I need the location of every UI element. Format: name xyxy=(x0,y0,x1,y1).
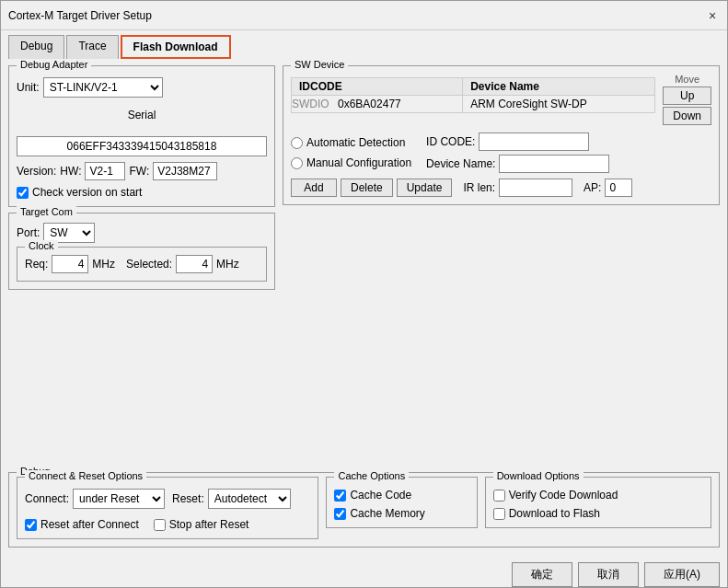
device-name-label: Device Name: xyxy=(426,157,495,170)
tab-flash-download[interactable]: Flash Download xyxy=(121,35,231,59)
selected-mhz-label: MHz xyxy=(216,258,239,271)
table-row: SWDIO 0x6BA02477 ARM CoreSight SW-DP xyxy=(292,96,655,113)
manual-config-label: Manual Configuration xyxy=(306,156,411,169)
delete-button[interactable]: Delete xyxy=(341,179,393,197)
sw-device-table: IDCODE Device Name SWDIO 0x6BA02477 xyxy=(291,77,655,113)
connect-select[interactable]: under Reset Normal with Pre-reset xyxy=(73,489,165,509)
cache-box: Cache Options Cache Code Cache Memory xyxy=(326,477,477,528)
detection-options: Automatic Detection Manual Configuration xyxy=(291,133,411,173)
update-button[interactable]: Update xyxy=(397,179,453,197)
move-up-button[interactable]: Up xyxy=(663,86,711,105)
cache-code-label: Cache Code xyxy=(350,489,411,502)
move-buttons: Move Up Down xyxy=(663,74,711,125)
download-flash-row: Download to Flash xyxy=(493,507,703,520)
unit-select[interactable]: ST-LINK/V2-1 ST-LINK/V2 ULINK2 xyxy=(43,77,163,98)
reset-after-connect-checkbox[interactable] xyxy=(25,519,37,531)
device-name-input[interactable] xyxy=(499,155,609,173)
download-group: Download Options Verify Code Download Do… xyxy=(485,477,711,539)
tab-bar: Debug Trace Flash Download xyxy=(1,30,727,58)
close-button[interactable]: × xyxy=(705,8,720,23)
id-code-input[interactable] xyxy=(479,133,589,151)
tab-trace[interactable]: Trace xyxy=(66,35,118,59)
cache-memory-checkbox[interactable] xyxy=(334,508,346,520)
target-com-title: Target Com xyxy=(17,206,76,217)
req-mhz-label: MHz xyxy=(92,258,115,271)
add-button[interactable]: Add xyxy=(291,179,337,197)
verify-code-label: Verify Code Download xyxy=(509,489,618,502)
auto-detection-label: Automatic Detection xyxy=(306,136,405,149)
sw-table-row: IDCODE Device Name SWDIO 0x6BA02477 xyxy=(291,74,711,125)
ap-input[interactable] xyxy=(605,179,632,197)
cache-title: Cache Options xyxy=(334,470,409,481)
device-name-cell: ARM CoreSight SW-DP xyxy=(463,96,655,113)
req-value-input[interactable] xyxy=(52,255,88,273)
serial-label: Serial xyxy=(128,109,156,121)
sw-device-title: SW Device xyxy=(291,59,348,70)
swdio-cell: SWDIO 0x6BA02477 xyxy=(292,96,463,113)
check-version-row: Check version on start xyxy=(17,186,267,199)
fw-label: FW: xyxy=(129,165,149,178)
auto-detection-radio[interactable] xyxy=(291,137,303,149)
stop-after-reset-row: Stop after Reset xyxy=(154,518,249,531)
reset-after-connect-label: Reset after Connect xyxy=(40,518,139,531)
manual-config-row: Manual Configuration xyxy=(291,156,411,169)
col-device-name: Device Name xyxy=(463,78,655,96)
auto-detection-row: Automatic Detection xyxy=(291,136,411,149)
move-label: Move xyxy=(663,74,711,85)
reset-select[interactable]: Autodetect Software Hardware xyxy=(208,489,291,509)
cancel-button[interactable]: 取消 xyxy=(578,562,639,587)
bottom-group: Connect & Reset Options Connect: under R… xyxy=(17,477,711,539)
window-title: Cortex-M Target Driver Setup xyxy=(8,9,152,22)
ir-len-input[interactable] xyxy=(499,179,572,197)
move-down-button[interactable]: Down xyxy=(663,107,711,125)
clock-group: Clock Req: MHz Selected: MHz xyxy=(17,247,267,282)
col-idcode: IDCODE xyxy=(292,78,463,96)
main-window: Cortex-M Target Driver Setup × Debug Tra… xyxy=(0,0,728,588)
sw-table-container: IDCODE Device Name SWDIO 0x6BA02477 xyxy=(291,74,655,113)
swdio-label: SWDIO xyxy=(292,98,335,110)
check-version-label: Check version on start xyxy=(32,186,142,199)
device-name-row: Device Name: xyxy=(426,155,609,173)
download-flash-checkbox[interactable] xyxy=(493,508,505,520)
id-code-label: ID CODE: xyxy=(426,135,475,148)
stop-after-reset-label: Stop after Reset xyxy=(169,518,249,531)
top-content: Debug Adapter Unit: ST-LINK/V2-1 ST-LINK… xyxy=(1,58,727,468)
download-flash-label: Download to Flash xyxy=(509,507,600,520)
cache-code-checkbox[interactable] xyxy=(334,490,346,502)
config-buttons-row: Add Delete Update IR len: AP: xyxy=(291,179,711,197)
button-row: 确定 取消 应用(A) xyxy=(1,555,727,587)
apply-button[interactable]: 应用(A) xyxy=(644,562,720,587)
ok-button[interactable]: 确定 xyxy=(512,562,572,587)
right-panel: SW Device IDCODE Device Name xyxy=(283,65,720,461)
cache-group: Cache Options Cache Code Cache Memory xyxy=(326,477,477,539)
reset-label: Reset: xyxy=(172,492,204,505)
manual-config-radio[interactable] xyxy=(291,157,303,169)
left-panel: Debug Adapter Unit: ST-LINK/V2-1 ST-LINK… xyxy=(8,65,275,461)
ir-len-field: IR len: xyxy=(463,179,572,197)
main-content: Debug Adapter Unit: ST-LINK/V2-1 ST-LINK… xyxy=(1,58,727,587)
selected-value-input[interactable] xyxy=(176,255,213,273)
idcode-value: 0x6BA02477 xyxy=(338,98,401,110)
connect-row: Connect: under Reset Normal with Pre-res… xyxy=(25,489,310,509)
connect-reset-title: Connect & Reset Options xyxy=(25,470,146,481)
reset-checkboxes: Reset after Connect Stop after Reset xyxy=(25,513,310,531)
debug-bottom-section: Debug Connect & Reset Options Connect: u… xyxy=(1,468,727,555)
check-version-checkbox[interactable] xyxy=(17,187,29,199)
ap-field: AP: xyxy=(584,179,632,197)
hw-value-input[interactable] xyxy=(85,162,125,180)
reset-after-connect-row: Reset after Connect xyxy=(25,518,139,531)
target-com-group: Target Com Port: SW JTAG Clock Req: xyxy=(8,213,275,290)
stop-after-reset-checkbox[interactable] xyxy=(154,519,166,531)
port-label: Port: xyxy=(17,226,40,239)
version-row: Version: HW: FW: xyxy=(17,162,267,180)
id-code-row: ID CODE: xyxy=(426,133,609,151)
ap-label: AP: xyxy=(584,181,601,194)
tab-debug[interactable]: Debug xyxy=(8,35,64,59)
clock-title: Clock xyxy=(25,240,58,251)
connect-reset-group: Connect & Reset Options Connect: under R… xyxy=(17,477,318,539)
title-bar: Cortex-M Target Driver Setup × xyxy=(1,1,727,30)
debug-adapter-title: Debug Adapter xyxy=(17,59,91,70)
verify-code-checkbox[interactable] xyxy=(493,490,505,502)
download-title: Download Options xyxy=(493,470,584,481)
fw-value-input[interactable] xyxy=(153,162,217,180)
